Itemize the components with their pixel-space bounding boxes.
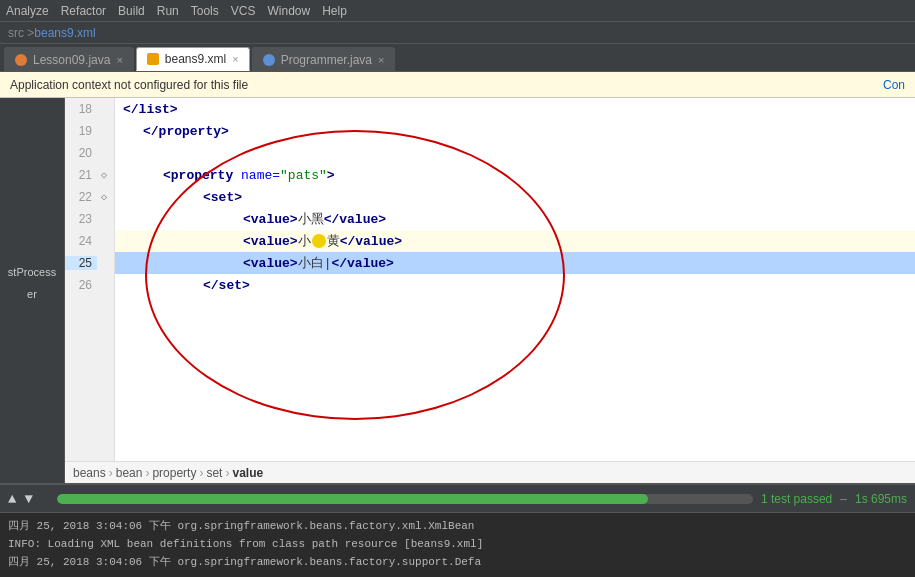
code-scroll-area[interactable]: 18 19 20 21 ◇ 22 ◇ <box>65 98 915 461</box>
tab-beans9-label: beans9.xml <box>165 52 226 66</box>
cjava-icon <box>263 54 275 66</box>
log-area: 四月 25, 2018 3:04:06 下午 org.springframewo… <box>0 513 915 575</box>
bc-beans: beans <box>73 466 106 480</box>
menu-tools[interactable]: Tools <box>191 4 219 18</box>
line-num-25: 25 <box>65 256 97 270</box>
value-24: 小 <box>298 232 311 250</box>
gutter-row-23: 23 <box>65 208 114 230</box>
bc-set: set <box>206 466 222 480</box>
tag-end-close-23: > <box>378 212 386 227</box>
line-num-22: 22 <box>65 190 97 204</box>
code-content[interactable]: </list> </property> <property name="pats… <box>115 98 915 461</box>
menu-build[interactable]: Build <box>118 4 145 18</box>
tag-close-23: > <box>290 212 298 227</box>
left-panel-label1: stProcess <box>0 258 64 286</box>
scroll-down-btn[interactable]: ▼ <box>24 491 32 507</box>
attr-name-21: name= <box>241 168 280 183</box>
line-num-24: 24 <box>65 234 97 248</box>
progress-fill <box>57 494 649 504</box>
tag-end-25: </ <box>331 256 347 271</box>
gutter-row-22: 22 ◇ <box>65 186 114 208</box>
code-tag-18a: </ <box>123 102 139 117</box>
menu-bar: Analyze Refactor Build Run Tools VCS Win… <box>0 0 915 22</box>
code-tag-18c: > <box>170 102 178 117</box>
tab-programmer[interactable]: Programmer.java × <box>252 47 396 71</box>
tag-close-21: > <box>327 168 335 183</box>
tag-close-25: > <box>290 256 298 271</box>
menu-refactor[interactable]: Refactor <box>61 4 106 18</box>
tag-open-22: < <box>203 190 211 205</box>
gutter-row-18: 18 <box>65 98 114 120</box>
log-line-3: 四月 25, 2018 3:04:06 下午 org.springframewo… <box>8 553 907 571</box>
code-tag-18b: list <box>139 102 170 117</box>
line-num-20: 20 <box>65 146 97 160</box>
line-num-21: 21 <box>65 168 97 182</box>
tag-close-26: > <box>242 278 250 293</box>
code-tagname-19: property <box>159 124 221 139</box>
tag-open-23: < <box>243 212 251 227</box>
tagname-25: value <box>251 256 290 271</box>
tag-open-21: < <box>163 168 171 183</box>
warning-bar: Application context not configured for t… <box>0 72 915 98</box>
breadcrumb-src: src > <box>8 26 34 40</box>
tab-programmer-close[interactable]: × <box>378 54 384 66</box>
tagname-end-25: value <box>347 256 386 271</box>
tag-end-24: </ <box>340 234 356 249</box>
tag-open-25: < <box>243 256 251 271</box>
code-line-19: </property> <box>115 120 915 142</box>
log-line-1: 四月 25, 2018 3:04:06 下午 org.springframewo… <box>8 517 907 535</box>
code-tag-19a: </ <box>143 124 159 139</box>
tab-beans9-close[interactable]: × <box>232 53 238 65</box>
menu-help[interactable]: Help <box>322 4 347 18</box>
tag-end-close-24: > <box>394 234 402 249</box>
log-line-2: INFO: Loading XML bean definitions from … <box>8 535 907 553</box>
gutter-row-25: 25 <box>65 252 114 274</box>
test-time-value: 1s 695ms <box>855 492 907 506</box>
tab-lesson09-label: Lesson09.java <box>33 53 110 67</box>
value-24b: 黄 <box>327 232 340 250</box>
tagname-21: property <box>171 168 241 183</box>
tag-close-22: > <box>234 190 242 205</box>
tag-end-23: </ <box>324 212 340 227</box>
tagname-24: value <box>251 234 290 249</box>
bc-property: property <box>152 466 196 480</box>
menu-vcs[interactable]: VCS <box>231 4 256 18</box>
tab-lesson09-close[interactable]: × <box>116 54 122 66</box>
gutter-row-21: 21 ◇ <box>65 164 114 186</box>
tab-lesson09[interactable]: Lesson09.java × <box>4 47 134 71</box>
warning-text: Application context not configured for t… <box>10 78 248 92</box>
line-gutter: 18 19 20 21 ◇ 22 ◇ <box>65 98 115 461</box>
menu-analyze[interactable]: Analyze <box>6 4 49 18</box>
bottom-toolbar: ▲ ▼ 1 test passed – 1s 695ms <box>0 485 915 513</box>
xml-icon <box>147 53 159 65</box>
tagname-23: value <box>251 212 290 227</box>
tab-programmer-label: Programmer.java <box>281 53 372 67</box>
code-line-25: <value>小白|</value> <box>115 252 915 274</box>
left-panel-label2: er <box>0 286 64 302</box>
test-time: – <box>840 492 847 506</box>
tag-open-26: </ <box>203 278 219 293</box>
code-line-24: <value>小黄</value> <box>115 230 915 252</box>
progress-bar <box>57 494 753 504</box>
line-num-19: 19 <box>65 124 97 138</box>
warning-link[interactable]: Con <box>883 78 905 92</box>
code-panel: 18 19 20 21 ◇ 22 ◇ <box>65 98 915 483</box>
value-25: 小白| <box>298 254 332 272</box>
code-tag-19b: > <box>221 124 229 139</box>
fold-22: ◇ <box>97 191 111 203</box>
gutter-row-26: 26 <box>65 274 114 296</box>
breadcrumb-file[interactable]: beans9.xml <box>34 26 95 40</box>
menu-run[interactable]: Run <box>157 4 179 18</box>
menu-window[interactable]: Window <box>267 4 310 18</box>
scroll-up-btn[interactable]: ▲ <box>8 491 16 507</box>
fold-21: ◇ <box>97 169 111 181</box>
tab-beans9[interactable]: beans9.xml × <box>136 47 250 71</box>
line-num-26: 26 <box>65 278 97 292</box>
editor-breadcrumb: beans › bean › property › set › value <box>65 461 915 483</box>
gutter-row-19: 19 <box>65 120 114 142</box>
code-line-21: <property name="pats"> <box>115 164 915 186</box>
tagname-end-24: value <box>355 234 394 249</box>
attr-val-21: "pats" <box>280 168 327 183</box>
editor-container: stProcess er 18 19 20 <box>0 98 915 483</box>
code-line-26: </set> <box>115 274 915 296</box>
